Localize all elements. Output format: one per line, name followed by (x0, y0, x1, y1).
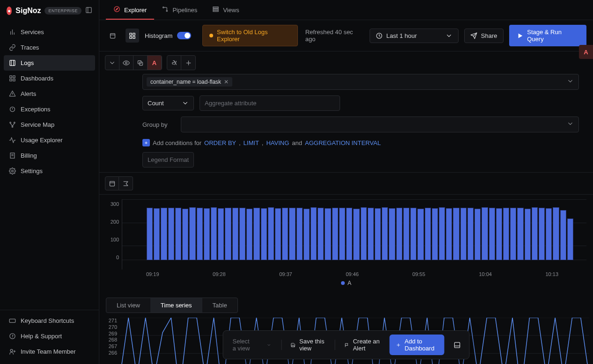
y-tick: 100 (111, 237, 119, 242)
sidebar-item-alerts[interactable]: Alerts (4, 86, 95, 102)
svg-rect-34 (130, 33, 132, 35)
query-badge-a[interactable]: A (148, 56, 162, 70)
alert-icon (8, 90, 16, 97)
view-mode-table[interactable]: Table (202, 298, 237, 313)
keyboard-icon (8, 317, 16, 324)
y-tick: 267 (109, 343, 117, 349)
sidebar-item-logs[interactable]: Logs (4, 55, 95, 71)
compass-icon (113, 6, 120, 14)
chevron-down-icon[interactable] (105, 56, 119, 70)
svg-rect-35 (133, 33, 135, 35)
svg-rect-32 (111, 33, 115, 38)
query-side-badge[interactable]: A (579, 45, 593, 59)
add-to-dashboard-button[interactable]: Add to Dashboard (390, 335, 445, 355)
legend-label: A (348, 280, 351, 286)
filter-input[interactable]: container_name = load-flask✕ (142, 74, 579, 90)
copy-icon[interactable] (133, 56, 148, 70)
legend-format-input[interactable]: Legend Format (142, 152, 194, 167)
remove-chip-icon[interactable]: ✕ (224, 79, 229, 85)
plus-icon[interactable]: + (142, 139, 150, 146)
builder-mode-icon[interactable] (126, 29, 140, 43)
svg-rect-6 (9, 76, 11, 78)
tab-label: Explorer (124, 7, 147, 14)
help-icon (8, 333, 16, 340)
time-range-picker[interactable]: Last 1 hour (370, 29, 459, 43)
sidebar-item-settings[interactable]: Settings (4, 163, 95, 179)
sidebar-item-shortcuts[interactable]: Keyboard Shortcuts (4, 313, 95, 328)
chevron-down-icon (567, 120, 574, 129)
having-link[interactable]: HAVING (266, 139, 289, 146)
sidebar-item-label: Dashboards (21, 75, 53, 82)
svg-rect-0 (86, 7, 91, 13)
x-tick: 09:19 (146, 271, 159, 277)
agg-interval-link[interactable]: AGGREGATION INTERVAL (305, 139, 381, 146)
refreshed-text: Refreshed 40 sec ago (305, 29, 364, 43)
filter-chip[interactable]: container_name = load-flask✕ (147, 77, 232, 87)
tab-views[interactable]: Views (205, 0, 246, 20)
svg-rect-59 (454, 342, 460, 347)
select-view-placeholder: Select a view (233, 338, 255, 352)
sidebar-item-label: Exceptions (21, 106, 51, 113)
send-icon (470, 32, 477, 39)
sidebar-item-label: Traces (21, 44, 39, 51)
sidebar-item-services[interactable]: Services (4, 24, 95, 40)
sidebar-collapse-icon[interactable] (85, 7, 92, 15)
chevron-down-icon (267, 342, 271, 349)
network-icon (8, 121, 16, 128)
time-range-value: Last 1 hour (386, 32, 417, 39)
view-mode-list[interactable]: List view (106, 298, 150, 313)
sidebar-item-service-map[interactable]: Service Map (4, 117, 95, 132)
sidebar-item-help[interactable]: Help & Support (4, 328, 95, 344)
sidebar-item-label: Keyboard Shortcuts (21, 317, 74, 324)
x-tick: 10:13 (545, 271, 558, 277)
orderby-link[interactable]: ORDER BY (204, 139, 236, 146)
play-icon (517, 32, 524, 39)
svg-rect-49 (110, 181, 114, 186)
sidebar-item-dashboards[interactable]: Dashboards (4, 71, 95, 86)
eye-icon[interactable] (119, 56, 133, 70)
aggregate-attribute-input[interactable]: Aggregate attribute (200, 95, 340, 111)
groupby-input[interactable] (181, 116, 579, 132)
save-view-label: Save this view (299, 338, 326, 352)
sidebar-item-exceptions[interactable]: Exceptions (4, 102, 95, 117)
sidebar-item-invite[interactable]: Invite Team Member (4, 344, 95, 359)
y-tick: 200 (111, 219, 119, 225)
run-label: Stage & Run Query (527, 29, 579, 43)
run-query-button[interactable]: Stage & Run Query (509, 25, 586, 46)
add-query-button[interactable] (105, 176, 119, 190)
sidebar-item-billing[interactable]: Billing (4, 148, 95, 163)
view-mode-timeseries[interactable]: Time series (150, 298, 202, 313)
groupby-label: Group by (142, 121, 175, 128)
link-icon (8, 44, 16, 51)
function-icon[interactable] (167, 56, 181, 70)
plus-icon[interactable] (181, 56, 195, 70)
chevron-down-icon (182, 100, 189, 107)
share-button[interactable]: Share (464, 29, 504, 43)
x-tick: 10:04 (479, 271, 492, 277)
svg-rect-36 (130, 36, 132, 38)
layout-icon (8, 75, 16, 82)
gear-icon (8, 167, 16, 175)
select-view-dropdown[interactable]: Select a view (229, 336, 275, 354)
x-tick: 09:55 (412, 271, 425, 277)
histogram-toggle[interactable] (177, 32, 191, 39)
search-mode-icon[interactable] (106, 29, 120, 43)
limit-link[interactable]: LIMIT (244, 139, 259, 146)
x-tick: 09:46 (346, 271, 359, 277)
add-formula-button[interactable] (119, 176, 133, 190)
create-alert-button[interactable]: Create an Alert (341, 336, 383, 354)
views-icon (212, 6, 219, 14)
sidebar-item-usage-explorer[interactable]: Usage Explorer (4, 132, 95, 148)
y-tick: 300 (111, 201, 119, 207)
switch-explorer-button[interactable]: Switch to Old Logs Explorer (202, 25, 297, 46)
tab-pipelines[interactable]: Pipelines (154, 0, 205, 20)
y-tick: 271 (109, 318, 117, 323)
divider (281, 340, 282, 350)
save-view-button[interactable]: Save this view (288, 336, 328, 354)
sidebar-item-traces[interactable]: Traces (4, 40, 95, 55)
brand-name: SigNoz (15, 7, 41, 15)
user-plus-icon (8, 348, 16, 355)
tab-explorer[interactable]: Explorer (106, 0, 154, 20)
aggregate-function-select[interactable]: Count (142, 96, 194, 110)
expand-icon[interactable] (451, 340, 463, 350)
